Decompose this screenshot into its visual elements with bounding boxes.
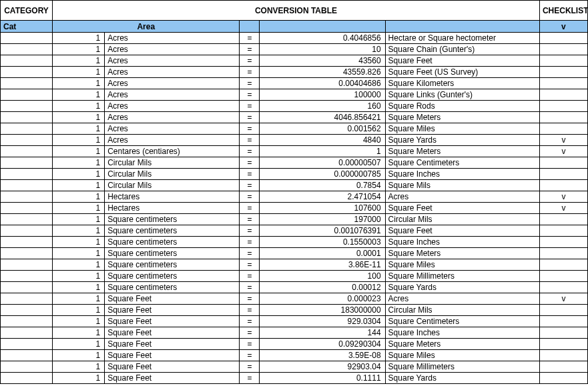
- cell-equals[interactable]: =: [240, 339, 260, 350]
- cell-category[interactable]: [1, 305, 53, 316]
- cell-qty[interactable]: 1: [53, 282, 105, 293]
- cell-to-unit[interactable]: Circular Mils: [385, 305, 539, 316]
- cell-checklist[interactable]: [539, 237, 587, 248]
- cell-category[interactable]: [1, 101, 53, 112]
- cell-from-unit[interactable]: Centares (centiares): [105, 146, 240, 157]
- cell-value[interactable]: 0.0001: [260, 248, 385, 259]
- cell-category[interactable]: [1, 112, 53, 123]
- cell-category[interactable]: [1, 237, 53, 248]
- cell-category[interactable]: [1, 123, 53, 135]
- cell-qty[interactable]: 1: [53, 135, 105, 146]
- cell-category[interactable]: [1, 55, 53, 67]
- cell-value[interactable]: 107600: [260, 203, 385, 214]
- cell-qty[interactable]: 1: [53, 237, 105, 248]
- cell-value[interactable]: 3.59E-08: [260, 350, 385, 361]
- cell-value[interactable]: 0.09290304: [260, 339, 385, 350]
- cell-checklist[interactable]: [539, 101, 587, 112]
- cell-category[interactable]: [1, 248, 53, 259]
- cell-to-unit[interactable]: Square Feet: [385, 203, 539, 214]
- cell-from-unit[interactable]: Square centimeters: [105, 214, 240, 225]
- cell-from-unit[interactable]: Acres: [105, 33, 240, 44]
- cell-from-unit[interactable]: Acres: [105, 67, 240, 78]
- cell-to-unit[interactable]: Square Links (Gunter's): [385, 89, 539, 101]
- cell-checklist[interactable]: [539, 180, 587, 191]
- cell-checklist[interactable]: [539, 316, 587, 327]
- cell-value[interactable]: 43560: [260, 55, 385, 67]
- cell-equals[interactable]: =: [240, 101, 260, 112]
- cell-value[interactable]: 100: [260, 271, 385, 282]
- cell-category[interactable]: [1, 282, 53, 293]
- cell-from-unit[interactable]: Acres: [105, 101, 240, 112]
- cell-checklist[interactable]: [539, 271, 587, 282]
- cell-to-unit[interactable]: Square Meters: [385, 339, 539, 350]
- cell-checklist[interactable]: [539, 89, 587, 101]
- cell-to-unit[interactable]: Square Inches: [385, 327, 539, 339]
- cell-checklist[interactable]: [539, 169, 587, 180]
- cell-qty[interactable]: 1: [53, 373, 105, 384]
- cell-category[interactable]: [1, 373, 53, 384]
- cell-qty[interactable]: 1: [53, 214, 105, 225]
- cell-from-unit[interactable]: Acres: [105, 55, 240, 67]
- cell-value[interactable]: 43559.826: [260, 67, 385, 78]
- cell-qty[interactable]: 1: [53, 112, 105, 123]
- cell-qty[interactable]: 1: [53, 89, 105, 101]
- cell-to-unit[interactable]: Square Feet: [385, 225, 539, 237]
- cell-equals[interactable]: =: [240, 361, 260, 373]
- cell-qty[interactable]: 1: [53, 67, 105, 78]
- cell-from-unit[interactable]: Circular Mils: [105, 180, 240, 191]
- cell-from-unit[interactable]: Square centimeters: [105, 248, 240, 259]
- cell-value[interactable]: 0.7854: [260, 180, 385, 191]
- cell-from-unit[interactable]: Square centimeters: [105, 259, 240, 271]
- cell-qty[interactable]: 1: [53, 339, 105, 350]
- cell-checklist[interactable]: [539, 112, 587, 123]
- cell-category[interactable]: [1, 316, 53, 327]
- cell-checklist[interactable]: [539, 350, 587, 361]
- cell-equals[interactable]: =: [240, 305, 260, 316]
- cell-value[interactable]: 0.4046856: [260, 33, 385, 44]
- cell-to-unit[interactable]: Square Millimeters: [385, 361, 539, 373]
- cell-category[interactable]: [1, 169, 53, 180]
- cell-category[interactable]: [1, 44, 53, 55]
- cell-value[interactable]: 0.1111: [260, 373, 385, 384]
- cell-category[interactable]: [1, 259, 53, 271]
- cell-value[interactable]: 0.00404686: [260, 78, 385, 89]
- cell-value[interactable]: 0.001076391: [260, 225, 385, 237]
- cell-equals[interactable]: =: [240, 67, 260, 78]
- cell-value[interactable]: 0.001562: [260, 123, 385, 135]
- cell-from-unit[interactable]: Square centimeters: [105, 271, 240, 282]
- cell-to-unit[interactable]: Square Rods: [385, 101, 539, 112]
- cell-checklist[interactable]: [539, 67, 587, 78]
- cell-to-unit[interactable]: Circular Mils: [385, 214, 539, 225]
- cell-qty[interactable]: 1: [53, 350, 105, 361]
- cell-qty[interactable]: 1: [53, 259, 105, 271]
- cell-qty[interactable]: 1: [53, 78, 105, 89]
- cell-checklist[interactable]: [539, 55, 587, 67]
- cell-value[interactable]: 0.000023: [260, 293, 385, 305]
- cell-from-unit[interactable]: Acres: [105, 135, 240, 146]
- cell-from-unit[interactable]: Square Feet: [105, 373, 240, 384]
- cell-qty[interactable]: 1: [53, 33, 105, 44]
- cell-checklist[interactable]: [539, 373, 587, 384]
- cell-checklist[interactable]: [539, 78, 587, 89]
- cell-to-unit[interactable]: Square Yards: [385, 135, 539, 146]
- cell-value[interactable]: 929.0304: [260, 316, 385, 327]
- cell-to-unit[interactable]: Square Centimeters: [385, 157, 539, 169]
- cell-equals[interactable]: =: [240, 78, 260, 89]
- cell-equals[interactable]: =: [240, 271, 260, 282]
- cell-value[interactable]: 3.86E-11: [260, 259, 385, 271]
- cell-to-unit[interactable]: Square Meters: [385, 112, 539, 123]
- cell-to-unit[interactable]: Square Yards: [385, 373, 539, 384]
- cell-from-unit[interactable]: Acres: [105, 78, 240, 89]
- cell-category[interactable]: [1, 146, 53, 157]
- cell-equals[interactable]: =: [240, 44, 260, 55]
- cell-checklist[interactable]: [539, 282, 587, 293]
- cell-equals[interactable]: =: [240, 123, 260, 135]
- cell-category[interactable]: [1, 89, 53, 101]
- cell-checklist[interactable]: [539, 248, 587, 259]
- cell-qty[interactable]: 1: [53, 327, 105, 339]
- cell-from-unit[interactable]: Acres: [105, 44, 240, 55]
- cell-category[interactable]: [1, 293, 53, 305]
- cell-qty[interactable]: 1: [53, 157, 105, 169]
- cell-value[interactable]: 92903.04: [260, 361, 385, 373]
- cell-category[interactable]: [1, 271, 53, 282]
